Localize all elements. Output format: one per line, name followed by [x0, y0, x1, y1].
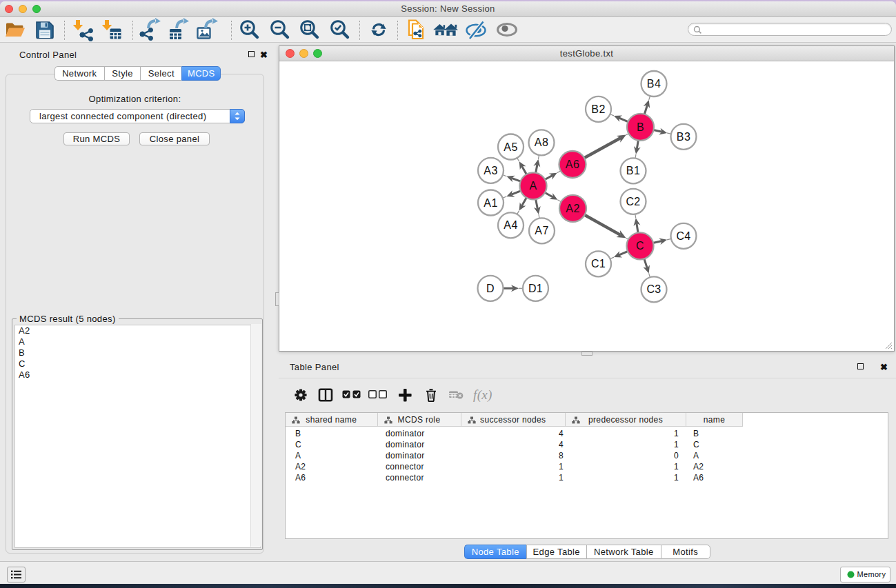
svg-text:B1: B1 [626, 165, 640, 176]
svg-text:B: B [637, 121, 644, 133]
svg-text:A6: A6 [566, 159, 579, 170]
svg-text:D: D [486, 283, 495, 294]
svg-text:A5: A5 [504, 141, 517, 153]
svg-text:C2: C2 [626, 196, 640, 207]
svg-text:B3: B3 [677, 131, 690, 143]
svg-text:C1: C1 [591, 258, 606, 270]
svg-text:B4: B4 [647, 78, 661, 90]
svg-text:B2: B2 [591, 103, 605, 115]
svg-text:A3: A3 [484, 165, 497, 176]
svg-text:C4: C4 [676, 230, 690, 242]
svg-text:C: C [636, 240, 644, 252]
svg-text:A8: A8 [535, 136, 548, 148]
svg-text:A1: A1 [484, 197, 497, 209]
svg-text:A2: A2 [566, 203, 579, 214]
svg-text:A7: A7 [535, 225, 548, 236]
svg-text:A4: A4 [504, 219, 517, 231]
svg-text:D1: D1 [528, 283, 543, 294]
svg-text:A: A [529, 180, 537, 192]
svg-text:C3: C3 [646, 283, 661, 295]
